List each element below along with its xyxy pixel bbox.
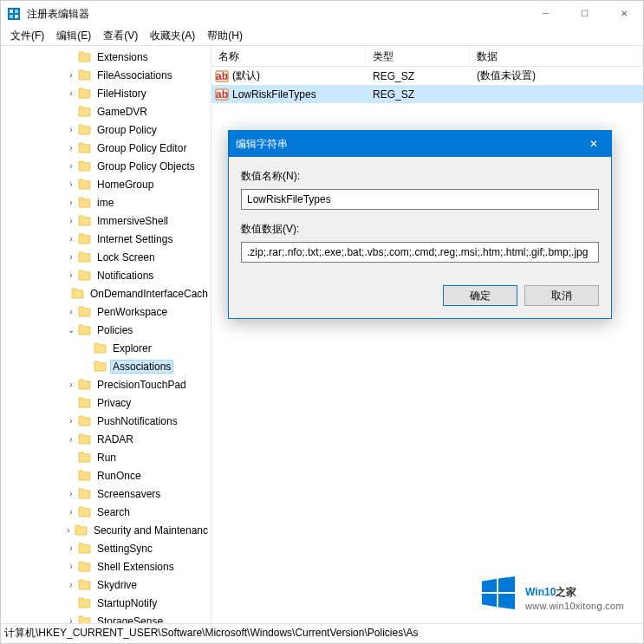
tree-node-label[interactable]: PrecisionTouchPad	[94, 378, 189, 392]
expand-toggle-icon[interactable]: ›	[65, 216, 77, 225]
expand-toggle-icon[interactable]: ›	[65, 489, 77, 498]
tree-node-label[interactable]: Lock Screen	[94, 250, 158, 264]
tree-node-label[interactable]: Group Policy Editor	[94, 141, 189, 155]
tree-node-label[interactable]: Explorer	[110, 342, 154, 355]
tree-node-label[interactable]: Security and Maintenanc	[91, 524, 211, 537]
list-row[interactable]: ab(默认)REG_SZ(数值未设置)	[211, 67, 643, 85]
tree-node[interactable]: ›PenWorkspace	[1, 302, 211, 321]
tree-node-label[interactable]: Shell Extensions	[94, 560, 177, 574]
tree-node[interactable]: GameDVR	[1, 102, 211, 120]
expand-toggle-icon[interactable]: ›	[65, 270, 77, 280]
tree-node[interactable]: ›Shell Extensions	[1, 557, 211, 576]
tree-node-label[interactable]: Screensavers	[94, 487, 163, 501]
expand-toggle-icon[interactable]: ›	[65, 234, 77, 244]
tree-node-label[interactable]: HomeGroup	[94, 178, 156, 192]
tree-node[interactable]: Explorer	[1, 339, 211, 357]
minimize-button[interactable]: ─	[526, 1, 565, 27]
tree-node[interactable]: ›ime	[1, 193, 211, 211]
tree-node[interactable]: ›SettingSync	[1, 539, 211, 557]
expand-toggle-icon[interactable]: ⌄	[65, 325, 77, 335]
menu-view[interactable]: 查看(V)	[97, 27, 144, 45]
expand-toggle-icon[interactable]: ›	[65, 70, 77, 80]
tree-node-label[interactable]: Extensions	[94, 50, 151, 64]
tree-node-label[interactable]: FileAssociations	[94, 68, 175, 82]
expand-toggle-icon[interactable]: ›	[65, 616, 77, 623]
expand-toggle-icon[interactable]: ›	[65, 416, 77, 426]
menu-edit[interactable]: 编辑(E)	[50, 27, 97, 45]
tree-node-label[interactable]: Run	[94, 451, 119, 465]
tree-node-label[interactable]: ImmersiveShell	[94, 214, 171, 228]
maximize-button[interactable]: ☐	[565, 1, 604, 27]
tree-node-label[interactable]: Associations	[110, 360, 173, 374]
tree-node-label[interactable]: StartupNotify	[94, 596, 159, 610]
expand-toggle-icon[interactable]: ›	[65, 88, 77, 98]
tree-node-label[interactable]: Group Policy Objects	[94, 159, 198, 173]
tree-node[interactable]: StartupNotify	[1, 594, 211, 612]
expand-toggle-icon[interactable]: ›	[65, 198, 77, 207]
expand-toggle-icon[interactable]: ›	[65, 143, 77, 153]
expand-toggle-icon[interactable]: ›	[65, 307, 77, 316]
tree-node[interactable]: ›Search	[1, 503, 211, 521]
tree-node-label[interactable]: SettingSync	[94, 542, 155, 556]
cancel-button[interactable]: 取消	[524, 285, 599, 306]
expand-toggle-icon[interactable]: ›	[65, 125, 77, 134]
expand-toggle-icon[interactable]: ›	[65, 543, 77, 553]
expand-toggle-icon[interactable]: ›	[65, 507, 77, 517]
tree-node[interactable]: ›PrecisionTouchPad	[1, 375, 211, 394]
expand-toggle-icon[interactable]: ›	[65, 380, 77, 389]
expand-toggle-icon[interactable]: ›	[65, 562, 77, 571]
tree-node[interactable]: OnDemandInterfaceCach	[1, 284, 211, 302]
tree-node[interactable]: Extensions	[1, 48, 211, 66]
tree-node[interactable]: ›FileAssociations	[1, 66, 211, 84]
column-header-data[interactable]: 数据	[470, 46, 643, 66]
menu-file[interactable]: 文件(F)	[4, 27, 50, 45]
tree-node[interactable]: ›FileHistory	[1, 84, 211, 102]
menu-help[interactable]: 帮助(H)	[201, 27, 249, 45]
tree-node[interactable]: ⌄Policies	[1, 321, 211, 339]
tree-pane[interactable]: Extensions›FileAssociations›FileHistoryG…	[1, 46, 211, 623]
ok-button[interactable]: 确定	[443, 285, 517, 306]
tree-node-label[interactable]: Group Policy	[94, 123, 159, 137]
tree-node[interactable]: Associations	[1, 357, 211, 375]
tree-node-label[interactable]: RunOnce	[94, 469, 144, 483]
column-header-name[interactable]: 名称	[211, 46, 366, 66]
tree-node[interactable]: ›RADAR	[1, 430, 211, 448]
tree-node[interactable]: RunOnce	[1, 466, 211, 485]
tree-node-label[interactable]: PushNotifications	[94, 414, 180, 428]
tree-node-label[interactable]: FileHistory	[94, 87, 149, 101]
expand-toggle-icon[interactable]: ›	[65, 252, 77, 262]
value-name-input[interactable]	[241, 189, 599, 210]
tree-node-label[interactable]: ime	[94, 196, 116, 210]
expand-toggle-icon[interactable]: ›	[62, 525, 74, 535]
dialog-titlebar[interactable]: 编辑字符串 ✕	[229, 131, 611, 157]
expand-toggle-icon[interactable]: ›	[65, 161, 77, 171]
expand-toggle-icon[interactable]: ›	[65, 179, 77, 189]
tree-node-label[interactable]: RADAR	[94, 433, 136, 446]
tree-node[interactable]: ›Lock Screen	[1, 248, 211, 266]
tree-node[interactable]: ›HomeGroup	[1, 175, 211, 193]
tree-node-label[interactable]: Search	[94, 505, 133, 519]
tree-node-label[interactable]: PenWorkspace	[94, 305, 170, 319]
list-row[interactable]: abLowRiskFileTypesREG_SZ	[211, 85, 643, 103]
tree-node[interactable]: ›StorageSense	[1, 612, 211, 623]
tree-node[interactable]: Privacy	[1, 394, 211, 412]
tree-node-label[interactable]: Notifications	[94, 269, 156, 283]
value-data-input[interactable]	[241, 242, 599, 263]
tree-node-label[interactable]: OnDemandInterfaceCach	[88, 287, 211, 301]
tree-node-label[interactable]: Privacy	[94, 396, 133, 410]
tree-node-label[interactable]: Internet Settings	[94, 232, 175, 246]
tree-node-label[interactable]: StorageSense	[94, 615, 166, 624]
tree-node[interactable]: ›Skydrive	[1, 576, 211, 594]
tree-node[interactable]: ›Group Policy Objects	[1, 157, 211, 175]
dialog-close-button[interactable]: ✕	[576, 131, 611, 157]
tree-node-label[interactable]: Policies	[94, 323, 135, 337]
close-button[interactable]: ✕	[604, 1, 643, 27]
tree-node[interactable]: ›Group Policy Editor	[1, 139, 211, 157]
expand-toggle-icon[interactable]: ›	[65, 434, 77, 444]
tree-node-label[interactable]: Skydrive	[94, 578, 140, 592]
tree-node[interactable]: ›PushNotifications	[1, 412, 211, 430]
tree-node[interactable]: Run	[1, 448, 211, 466]
tree-node[interactable]: ›Internet Settings	[1, 230, 211, 248]
expand-toggle-icon[interactable]: ›	[65, 580, 77, 589]
tree-node-label[interactable]: GameDVR	[94, 105, 150, 119]
